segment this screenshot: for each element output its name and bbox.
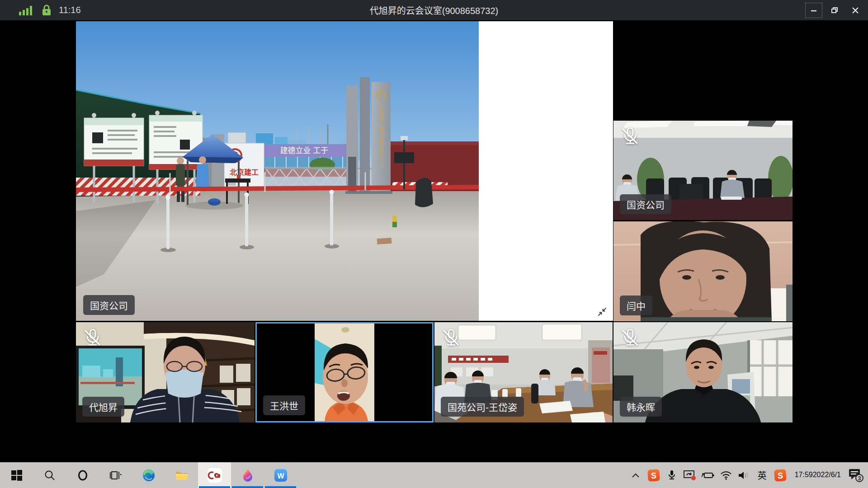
cortana-button[interactable] <box>66 462 99 488</box>
participant-name: 国资公司 <box>620 194 671 214</box>
participant-name: 韩永晖 <box>620 397 662 417</box>
microphone-tray-button[interactable] <box>664 465 680 486</box>
search-icon <box>44 469 56 481</box>
sogou-letter: S <box>651 471 656 480</box>
banner-text: 建德立业 工于 <box>280 146 329 155</box>
notification-icon: 3 <box>847 468 865 483</box>
site-gate-video: 建德立业 工于 <box>76 21 479 321</box>
meeting-window: 11:16 代旭昇的云会议室(9008658732) <box>0 0 868 488</box>
file-explorer-icon <box>175 469 189 482</box>
titlebar: 11:16 代旭昇的云会议室(9008658732) <box>0 0 868 20</box>
wps-letter: W <box>277 472 284 479</box>
battery-charging-icon <box>701 470 715 480</box>
tray-date: 2022/6/1 <box>813 470 841 480</box>
sogou-input-tray-button[interactable]: S <box>646 465 662 486</box>
cast-display-tray-button[interactable] <box>682 465 698 486</box>
windows-taskbar: W S <box>0 462 868 488</box>
monument-text: 北京建工集团有限责任公司 <box>378 105 384 168</box>
tray-time: 17:59 <box>795 470 813 480</box>
video-tile-guoyuan-room[interactable]: 国苑公司-王岱姿 <box>434 322 613 422</box>
video-tile-wanghongshi-active[interactable]: 王洪世 <box>255 322 434 422</box>
participant-name: 国苑公司-王岱姿 <box>441 397 524 417</box>
participant-name: 国资公司 <box>83 295 135 315</box>
restore-icon <box>830 6 839 14</box>
tray-clock[interactable]: 17:59 2022/6/1 <box>790 465 845 486</box>
wps-writer-app-button[interactable]: W <box>264 462 297 488</box>
start-button[interactable] <box>0 462 33 488</box>
mic-muted-icon <box>81 327 102 347</box>
participant-name: 代旭昇 <box>82 397 124 417</box>
sogou-icon: S <box>647 469 660 482</box>
tray-show-hidden-button[interactable] <box>627 465 644 486</box>
mic-muted-icon <box>619 327 640 347</box>
participant-name: 王洪世 <box>263 395 305 415</box>
mic-muted-icon <box>619 125 640 146</box>
meeting-room-title: 代旭昇的云会议室(9008658732) <box>0 0 868 20</box>
close-button[interactable] <box>846 2 864 19</box>
task-view-icon <box>110 469 122 481</box>
sogou-tray-button-2[interactable]: S <box>772 465 788 486</box>
video-tile-main-guozi[interactable]: 建德立业 工于 <box>76 21 613 321</box>
portrait-strip <box>315 324 374 421</box>
cortana-icon <box>77 469 89 481</box>
running-indicator <box>199 486 230 488</box>
chevron-up-icon <box>632 473 640 478</box>
edge-browser-button[interactable] <box>132 462 165 488</box>
exit-fullscreen-icon[interactable] <box>597 306 608 317</box>
minimize-button[interactable] <box>805 2 823 19</box>
wifi-tray-button[interactable] <box>718 465 734 486</box>
cloud-meeting-app-button[interactable] <box>198 462 231 488</box>
action-center-button[interactable]: 3 <box>847 465 865 486</box>
search-button[interactable] <box>33 462 66 488</box>
wps-writer-icon: W <box>274 468 288 483</box>
video-tile-yanzhong[interactable]: 闫中 <box>613 221 793 321</box>
task-view-button[interactable] <box>99 462 132 488</box>
minimize-icon <box>810 7 817 14</box>
cloud-meeting-icon <box>207 468 222 483</box>
video-tile-guozi-room[interactable]: 国资公司 <box>613 121 793 220</box>
gate-sign-text: 北京建工 <box>230 168 259 176</box>
volume-icon <box>738 470 750 480</box>
ime-language-indicator[interactable]: 英 <box>754 465 770 486</box>
battery-tray-button[interactable] <box>700 465 716 486</box>
notification-count: 3 <box>858 475 861 481</box>
cast-display-icon <box>683 469 697 481</box>
running-indicator <box>232 486 263 488</box>
close-icon <box>852 7 859 14</box>
edge-icon <box>142 469 156 482</box>
color-drop-icon <box>241 468 255 483</box>
video-grid: 建德立业 工于 <box>0 20 868 462</box>
video-tile-hanyonghui[interactable]: 韩永晖 <box>613 322 793 422</box>
file-explorer-button[interactable] <box>165 462 198 488</box>
restore-button[interactable] <box>826 2 844 19</box>
sogou-letter: S <box>778 471 783 480</box>
mic-muted-icon <box>440 327 461 347</box>
wifi-icon <box>720 470 732 480</box>
drop-browser-app-button[interactable] <box>231 462 264 488</box>
video-tile-daixusheng[interactable]: 代旭昇 <box>76 322 255 422</box>
sogou-icon: S <box>774 469 787 482</box>
microphone-icon <box>666 469 677 481</box>
windows-logo-icon <box>11 469 23 481</box>
volume-tray-button[interactable] <box>736 465 752 486</box>
running-indicator <box>265 486 296 488</box>
participant-name: 闫中 <box>620 296 652 315</box>
